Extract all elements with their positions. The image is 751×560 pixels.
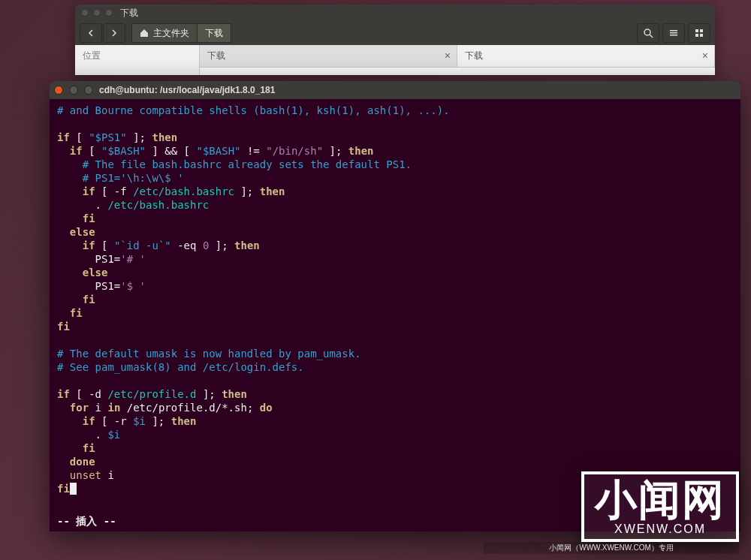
code-token: fi [57,321,70,333]
code-token: $i [133,415,146,427]
code-token: [ [177,145,196,157]
watermark-url: XWENW.COM [595,522,725,536]
code-line: # PS1='\h:\w\$ ' [83,172,184,184]
svg-rect-8 [700,34,703,37]
code-token: '# ' [120,253,146,265]
code-token: if [83,239,95,251]
code-token: ]; [127,131,152,143]
tab-downloads-1[interactable]: 下载 × [200,45,457,67]
file-manager-body: 位置 下载 × 下载 × [75,45,715,75]
maximize-icon[interactable] [105,9,113,17]
grid-icon [694,28,704,38]
code-line: # and Bourne compatible shells (bash(1),… [57,104,450,116]
code-token: [ -f [95,185,134,197]
breadcrumb: 主文件夹 下载 [131,23,231,43]
close-icon[interactable] [54,86,63,95]
code-line: # The default umask is now handled by pa… [57,348,361,360]
code-token: then [260,185,285,197]
code-token: if [70,145,83,157]
code-token: . [95,199,108,211]
terminal-body[interactable]: # and Bourne compatible shells (bash(1),… [50,99,740,515]
code-token: ]; [234,185,260,197]
code-token: for [70,402,89,414]
code-token: PS1= [95,253,121,265]
code-token: fi [83,294,95,306]
code-token: then [234,239,260,251]
maximize-icon[interactable] [84,86,93,95]
code-token: [ -d [70,388,108,400]
code-token: if [83,415,95,427]
window-controls [81,9,113,17]
code-token: [ [70,131,89,143]
forward-button[interactable] [103,23,125,43]
view-list-button[interactable] [662,23,685,43]
code-line: # See pam_umask(8) and /etc/login.defs. [57,361,304,373]
code-token: /etc/profile.d/*.sh; [120,402,259,414]
home-icon [140,29,149,38]
code-token: then [152,131,177,143]
code-token: PS1= [95,280,121,292]
code-token: in [107,402,120,414]
code-token: -eq [171,239,203,251]
sidebar: 位置 [75,45,200,75]
sidebar-header: 位置 [83,50,192,62]
code-token: [ [83,145,101,157]
svg-line-1 [650,35,653,38]
minimize-icon[interactable] [93,9,101,17]
back-button[interactable] [80,23,102,43]
minimize-icon[interactable] [69,86,78,95]
file-manager-titlebar[interactable]: 下载 [75,5,715,21]
breadcrumb-downloads-label: 下载 [205,27,223,40]
search-icon [643,28,653,38]
code-token: then [348,145,374,157]
code-token: ] [146,145,164,157]
code-token: ]; [323,145,348,157]
code-token: /etc/bash.bashrc [107,199,209,211]
code-token: ]; [196,388,222,400]
code-token: && [164,145,177,157]
window-title: 下载 [120,7,138,20]
tab-label: 下载 [465,50,483,62]
svg-rect-6 [700,29,703,32]
close-icon[interactable]: × [445,50,451,62]
breadcrumb-home-label: 主文件夹 [153,27,189,40]
code-token: unset [70,469,101,481]
code-token: do [260,402,273,414]
breadcrumb-downloads[interactable]: 下载 [197,23,231,43]
close-icon[interactable]: × [702,50,708,62]
text-cursor [70,483,77,495]
svg-point-0 [644,29,650,35]
code-token: "$BASH" [101,145,146,157]
code-token: if [57,131,70,143]
code-token: ]; [209,239,234,251]
code-token: else [70,226,95,238]
file-manager-window: 下载 主文件夹 下载 位置 [75,5,715,75]
svg-rect-4 [670,35,677,36]
search-button[interactable] [637,23,659,43]
code-token: '$ ' [120,280,146,292]
code-token: if [57,388,70,400]
watermark-footer: 小闻网（WWW.XWENW.COM）专用 [484,542,739,554]
code-token: i [89,402,107,414]
code-token: $i [107,429,120,441]
svg-rect-2 [670,30,677,32]
close-icon[interactable] [81,9,89,17]
list-icon [668,28,679,38]
breadcrumb-home[interactable]: 主文件夹 [131,23,198,43]
view-grid-button[interactable] [688,23,710,43]
code-token: "$BASH" [196,145,240,157]
code-token: "/bin/sh" [266,145,323,157]
code-token: /etc/bash.bashrc [133,185,234,197]
code-token: . [95,429,108,441]
code-token: "$PS1" [89,131,127,143]
code-token: != [241,145,267,157]
terminal-titlebar[interactable]: cdh@ubuntu: /usr/local/java/jdk1.8.0_181 [50,81,740,99]
code-token: else [83,266,108,278]
code-token: done [70,456,95,468]
code-token: then [171,415,197,427]
code-token: fi [83,212,95,224]
tab-downloads-2[interactable]: 下载 × [457,45,715,67]
code-token: if [83,185,95,197]
code-token: then [222,388,247,400]
terminal-window: cdh@ubuntu: /usr/local/java/jdk1.8.0_181… [50,81,740,531]
